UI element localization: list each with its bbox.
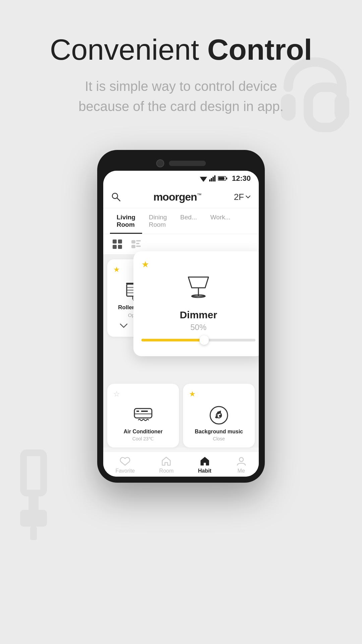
room-tabs: LivingRoom DiningRoom Bed... Work... — [103, 208, 259, 234]
favorite-icon — [120, 456, 130, 467]
svg-point-51 — [239, 458, 243, 462]
svg-rect-16 — [226, 177, 227, 179]
roller-blind-star: ★ — [113, 265, 120, 274]
status-icons — [200, 175, 227, 181]
svg-rect-10 — [209, 179, 210, 181]
nav-room-label: Room — [159, 468, 174, 474]
search-icon — [111, 192, 121, 202]
air-conditioner-card[interactable]: ☆ — [107, 384, 179, 447]
status-bar: 12:30 — [103, 171, 259, 186]
hero-section: Convenient Control It is simple way to c… — [0, 0, 362, 137]
roller-blind-down-button[interactable] — [119, 321, 128, 331]
hero-subtitle: It is simple way to control device becau… — [27, 76, 335, 116]
svg-rect-26 — [136, 243, 139, 244]
status-time: 12:30 — [232, 174, 251, 183]
dimmer-slider-thumb[interactable] — [199, 335, 209, 345]
svg-rect-38 — [134, 409, 152, 418]
svg-rect-20 — [118, 239, 122, 244]
svg-rect-22 — [118, 245, 122, 249]
nav-favorite-label: Favorite — [115, 468, 135, 474]
list-view-button[interactable] — [130, 238, 142, 250]
me-icon — [236, 456, 247, 467]
svg-rect-23 — [131, 240, 135, 244]
dimmer-slider-fill — [141, 339, 204, 341]
nav-habit[interactable]: Habit — [198, 456, 212, 474]
phone-frame: 12:30 moorgen™ 2F — [97, 150, 265, 483]
nav-favorite[interactable]: Favorite — [115, 456, 135, 474]
tab-bedroom[interactable]: Bed... — [174, 208, 204, 234]
svg-rect-21 — [113, 245, 117, 249]
music-icon-area — [189, 405, 249, 426]
svg-rect-27 — [136, 246, 141, 247]
tab-dining-room[interactable]: DiningRoom — [142, 208, 174, 234]
music-star: ★ — [189, 390, 196, 398]
search-button[interactable] — [111, 192, 121, 202]
svg-point-42 — [210, 407, 228, 424]
svg-rect-5 — [30, 527, 37, 540]
grid-view-button[interactable] — [111, 238, 123, 250]
dimmer-card[interactable]: ★ Dimmer — [133, 251, 259, 356]
ac-status: Cool 23℃ — [113, 436, 173, 441]
floor-selector[interactable]: 2F — [234, 192, 251, 202]
svg-rect-11 — [211, 178, 212, 181]
cards-area: ★ — [103, 255, 259, 447]
svg-rect-4 — [20, 510, 47, 527]
svg-point-45 — [215, 416, 218, 418]
music-name: Background music — [189, 429, 249, 435]
nav-me[interactable]: Me — [236, 456, 247, 474]
battery-icon — [218, 176, 227, 181]
music-icon — [208, 405, 230, 426]
dimmer-percent: 50% — [141, 323, 255, 332]
phone-screen: 12:30 moorgen™ 2F — [103, 171, 259, 477]
svg-rect-25 — [136, 240, 141, 241]
cards-row-2: ☆ — [107, 384, 255, 447]
hero-title: Convenient Control — [27, 34, 335, 66]
tab-work[interactable]: Work... — [203, 208, 237, 234]
chevron-down-icon — [119, 321, 128, 331]
dimmer-name: Dimmer — [141, 309, 255, 321]
ac-icon — [132, 405, 154, 426]
wifi-icon — [200, 175, 207, 181]
svg-point-47 — [219, 415, 222, 417]
tab-living-room[interactable]: LivingRoom — [110, 208, 142, 234]
chevron-down-icon — [245, 194, 251, 200]
nav-room[interactable]: Room — [159, 456, 174, 474]
bg-music-card[interactable]: ★ — [183, 384, 255, 447]
lamp-icon — [185, 274, 212, 305]
svg-rect-13 — [214, 175, 216, 181]
dimmer-star: ★ — [141, 259, 255, 270]
app-bar: moorgen™ 2F — [103, 186, 259, 208]
app-logo: moorgen™ — [153, 191, 201, 203]
music-status: Close — [189, 436, 249, 441]
dimmer-slider[interactable] — [141, 339, 255, 341]
svg-rect-3 — [28, 493, 39, 513]
dimmer-icon-area — [141, 274, 255, 305]
ac-name: Air Conditioner — [113, 429, 173, 435]
svg-rect-41 — [141, 411, 148, 412]
phone-mockup: 12:30 moorgen™ 2F — [0, 137, 362, 483]
signal-icon — [209, 175, 216, 181]
svg-rect-24 — [131, 245, 135, 248]
nav-me-label: Me — [237, 468, 245, 474]
svg-rect-12 — [213, 177, 214, 181]
phone-camera — [156, 159, 164, 167]
ac-icon-area — [113, 405, 173, 426]
nav-habit-label: Habit — [198, 468, 212, 474]
habit-icon — [199, 456, 210, 467]
svg-rect-19 — [113, 239, 117, 244]
svg-rect-15 — [218, 177, 224, 180]
svg-line-18 — [117, 198, 120, 201]
svg-rect-40 — [136, 411, 139, 412]
room-icon — [161, 456, 172, 467]
grid-icon — [112, 239, 123, 250]
phone-speaker — [169, 161, 206, 166]
list-icon — [131, 239, 141, 250]
bottom-nav: Favorite Room Habit — [103, 451, 259, 477]
ac-star: ☆ — [113, 390, 120, 398]
